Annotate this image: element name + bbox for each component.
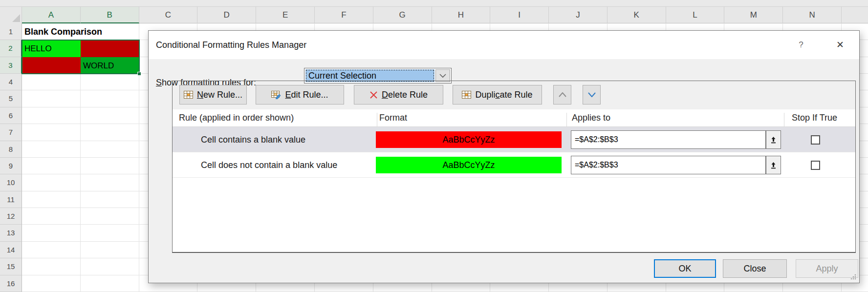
row-header-12[interactable]: 12 <box>0 208 22 225</box>
header-stop-if-true: Stop If True <box>792 113 837 123</box>
edit-rule-icon <box>271 91 281 99</box>
rule-name: Cell does not contain a blank value <box>201 152 337 178</box>
cell-b2[interactable] <box>81 40 139 57</box>
cell-a3[interactable] <box>22 57 81 74</box>
cell-a1[interactable]: Blank Comparison <box>22 23 126 40</box>
header-rule: Rule (applied in order shown) <box>179 113 294 123</box>
ok-button[interactable]: OK <box>654 259 716 278</box>
header-format: Format <box>379 113 407 123</box>
select-all-corner[interactable] <box>0 7 22 23</box>
move-rule-up-button[interactable] <box>553 85 571 104</box>
column-header-e[interactable]: E <box>256 7 315 23</box>
new-rule-button[interactable]: New Rule... <box>179 85 247 104</box>
column-header-d[interactable]: D <box>197 7 256 23</box>
column-header-a[interactable]: A <box>22 7 81 23</box>
collapse-range-icon <box>770 136 777 144</box>
cell-a2[interactable]: HELLO <box>22 40 81 57</box>
delete-rule-button[interactable]: Delete Rule <box>354 85 443 104</box>
duplicate-rule-button[interactable]: Duplicate Rule <box>453 85 542 104</box>
apply-button[interactable]: Apply <box>796 259 858 278</box>
column-header-f[interactable]: F <box>315 7 373 23</box>
close-button[interactable]: Close <box>723 259 787 278</box>
edit-rule-label: Edit Rule... <box>285 90 328 100</box>
row-header-6[interactable]: 6 <box>0 107 22 124</box>
row-header-16[interactable]: 16 <box>0 275 22 292</box>
new-rule-table-icon <box>184 91 193 99</box>
column-header-l[interactable]: L <box>666 7 725 23</box>
row-header-13[interactable]: 13 <box>0 225 22 241</box>
column-header-j[interactable]: J <box>549 7 608 23</box>
chevron-up-icon <box>559 92 566 97</box>
applies-to-input[interactable]: =$A$2:$B$3 <box>571 130 766 149</box>
edit-rule-button[interactable]: Edit Rule... <box>256 85 344 104</box>
applies-to-input[interactable]: =$A$2:$B$3 <box>571 156 766 174</box>
duplicate-rule-label: Duplicate Rule <box>475 90 532 100</box>
row-header-15[interactable]: 15 <box>0 258 22 275</box>
conditional-formatting-rules-manager-dialog: Conditional Formatting Rules Manager ? ✕… <box>148 30 860 283</box>
range-picker-button[interactable] <box>766 156 781 174</box>
header-applies-to: Applies to <box>572 113 610 123</box>
row-header-4[interactable]: 4 <box>0 74 22 90</box>
duplicate-rule-table-icon <box>462 91 471 99</box>
format-preview: AaBbCcYyZz <box>376 157 562 173</box>
column-header-h[interactable]: H <box>432 7 491 23</box>
dialog-title: Conditional Formatting Rules Manager <box>156 31 306 59</box>
resize-grip[interactable] <box>849 273 856 280</box>
column-header-c[interactable]: C <box>139 7 198 23</box>
move-rule-down-button[interactable] <box>583 85 601 104</box>
row-header-9[interactable]: 9 <box>0 158 22 174</box>
rule-row[interactable]: Cell does not contain a blank value AaBb… <box>173 152 855 178</box>
help-button[interactable]: ? <box>794 38 808 52</box>
column-header-n[interactable]: N <box>783 7 842 23</box>
column-header-g[interactable]: G <box>373 7 432 23</box>
row-header-14[interactable]: 14 <box>0 242 22 258</box>
close-icon[interactable]: ✕ <box>832 37 848 53</box>
chevron-down-icon <box>439 74 446 78</box>
row-header-7[interactable]: 7 <box>0 124 22 141</box>
rules-list: Rule (applied in order shown) Format App… <box>173 109 855 252</box>
excel-window: A B C D E F G H I J K L M N 1 2 3 4 5 6 … <box>0 0 868 292</box>
row-header-1[interactable]: 1 <box>0 23 22 40</box>
range-picker-button[interactable] <box>766 130 781 149</box>
rule-name: Cell contains a blank value <box>201 127 305 152</box>
delete-rule-label: Delete Rule <box>382 90 428 100</box>
fill-handle[interactable] <box>137 72 141 76</box>
dialog-titlebar[interactable]: Conditional Formatting Rules Manager ? ✕ <box>149 31 859 59</box>
row-header-2[interactable]: 2 <box>0 40 22 57</box>
rule-row-selected[interactable]: Cell contains a blank value AaBbCcYyZz =… <box>173 127 855 152</box>
chevron-down-icon <box>588 92 596 97</box>
format-preview: AaBbCcYyZz <box>376 131 562 148</box>
column-header-k[interactable]: K <box>608 7 666 23</box>
column-header-b[interactable]: B <box>81 7 139 23</box>
row-header-11[interactable]: 11 <box>0 191 22 208</box>
row-header-10[interactable]: 10 <box>0 174 22 191</box>
column-header-m[interactable]: M <box>724 7 783 23</box>
new-rule-label: New Rule... <box>197 90 242 100</box>
stop-if-true-checkbox[interactable] <box>811 135 820 145</box>
column-header-i[interactable]: I <box>490 7 549 23</box>
rules-list-header: Rule (applied in order shown) Format App… <box>173 109 855 127</box>
row-header-3[interactable]: 3 <box>0 57 22 74</box>
cell-b3[interactable]: WORLD <box>81 57 139 74</box>
row-header-8[interactable]: 8 <box>0 141 22 158</box>
rules-group-frame: New Rule... Edit Rule... Delete Rule <box>172 81 856 253</box>
formula-bar-sliver <box>0 0 868 7</box>
delete-x-icon <box>369 91 378 99</box>
collapse-range-icon <box>770 161 777 169</box>
stop-if-true-checkbox[interactable] <box>811 161 820 170</box>
row-header-5[interactable]: 5 <box>0 90 22 107</box>
